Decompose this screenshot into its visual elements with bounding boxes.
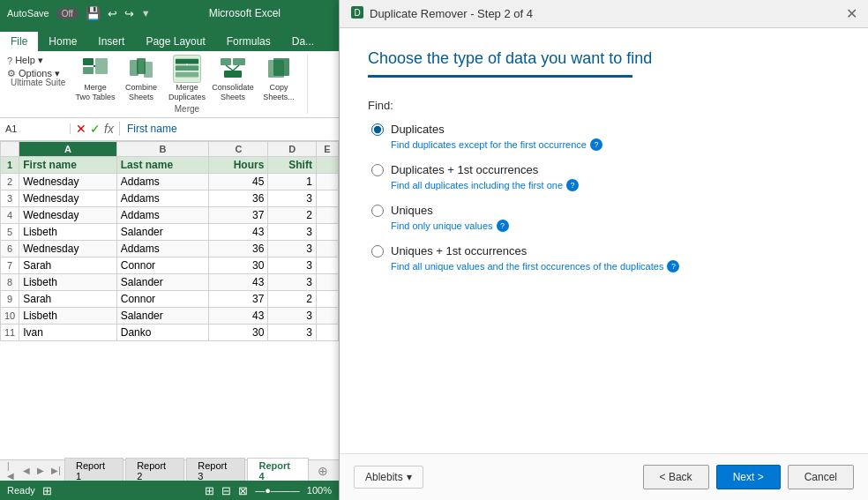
help-duplicates-1st-icon[interactable]: ? [566,179,579,191]
col-header-b[interactable]: B [116,141,209,156]
cell-c6[interactable]: 36 [209,240,268,257]
zoom-slider[interactable]: —●——— [255,485,300,496]
col-header-c[interactable]: C [209,141,268,156]
merge-two-tables-button[interactable]: MergeTwo Tables [74,55,116,102]
cell-e7[interactable] [316,257,338,273]
cell-a1[interactable]: First name [19,156,117,173]
ablebits-button[interactable]: Ablebits ▾ [354,466,423,489]
cell-c5[interactable]: 43 [209,223,268,240]
cell-a9[interactable]: Sarah [19,290,117,307]
cell-d2[interactable]: 1 [268,173,317,190]
view-break-icon[interactable]: ⊠ [238,484,248,497]
cell-c3[interactable]: 36 [209,190,268,206]
consolidate-sheets-button[interactable]: ConsolidateSheets [212,55,254,102]
name-box[interactable]: A1 [0,123,71,134]
copy-sheets-button[interactable]: CopySheets... [258,55,300,102]
confirm-formula-icon[interactable]: ✓ [90,122,101,136]
help-duplicates-icon[interactable]: ? [590,138,602,151]
cell-e10[interactable] [316,307,338,324]
dialog-close-button[interactable]: ✕ [846,5,857,22]
cell-d6[interactable]: 3 [268,240,317,257]
back-button[interactable]: < Back [643,465,709,489]
cell-d11[interactable]: 3 [268,324,317,340]
cell-b8[interactable]: Salander [116,273,209,290]
tab-page-layout[interactable]: Page Layout [135,32,215,51]
cancel-button[interactable]: Cancel [788,465,854,489]
cancel-formula-icon[interactable]: ✕ [76,122,86,136]
sheet-nav-next[interactable]: ▶ [34,466,48,475]
cell-b1[interactable]: Last name [116,156,209,173]
cell-e11[interactable] [316,324,338,340]
help-button[interactable]: ? Help ▾ [7,55,60,66]
autosave-toggle[interactable]: Off [56,8,79,19]
cell-d1[interactable]: Shift [268,156,317,173]
cell-b4[interactable]: Addams [116,206,209,223]
cell-b7[interactable]: Connor [116,257,209,273]
next-button[interactable]: Next > [716,465,781,489]
cell-c11[interactable]: 30 [209,324,268,340]
cell-e1[interactable] [316,156,338,173]
view-page-icon[interactable]: ⊟ [221,484,231,497]
cell-e9[interactable] [316,290,338,307]
tab-home[interactable]: Home [38,32,87,51]
cell-b6[interactable]: Addams [116,240,209,257]
cell-a6[interactable]: Wednesday [19,240,117,257]
col-header-a[interactable]: A [19,141,117,156]
undo-icon[interactable]: ↩ [108,7,117,20]
customize-icon[interactable]: ▼ [141,8,151,19]
tab-insert[interactable]: Insert [87,32,135,51]
cell-a2[interactable]: Wednesday [19,173,117,190]
cell-a10[interactable]: Lisbeth [19,307,117,324]
merge-duplicates-button[interactable]: MergeDuplicates [166,55,208,102]
sheet-tab-report3[interactable]: Report 3 [186,458,245,483]
cell-d8[interactable]: 3 [268,273,317,290]
cell-a5[interactable]: Lisbeth [19,223,117,240]
cell-a4[interactable]: Wednesday [19,206,117,223]
radio-uniques[interactable] [371,205,384,217]
add-sheet-button[interactable]: ⊕ [311,462,335,480]
cell-e3[interactable] [316,190,338,206]
cell-b3[interactable]: Addams [116,190,209,206]
cell-a11[interactable]: Ivan [19,324,117,340]
save-icon[interactable]: 💾 [86,6,101,20]
col-header-d[interactable]: D [268,141,317,156]
sheet-nav-first[interactable]: |◀ [4,461,19,481]
cell-c8[interactable]: 43 [209,273,268,290]
col-header-e[interactable]: E [316,141,338,156]
sheet-tab-report2[interactable]: Report 2 [125,458,184,483]
radio-duplicates-1st[interactable] [371,164,384,176]
cell-e2[interactable] [316,173,338,190]
sheet-tab-report4[interactable]: Report 4 [247,458,309,484]
tab-file[interactable]: File [0,32,38,51]
cell-b2[interactable]: Addams [116,173,209,190]
cell-e6[interactable] [316,240,338,257]
cell-e8[interactable] [316,273,338,290]
cell-b9[interactable]: Connor [116,290,209,307]
cell-c4[interactable]: 37 [209,206,268,223]
tab-formulas[interactable]: Formulas [216,32,281,51]
sheet-nav-prev[interactable]: ◀ [19,466,34,475]
cell-d5[interactable]: 3 [268,223,317,240]
cell-c7[interactable]: 30 [209,257,268,273]
cell-b5[interactable]: Salander [116,223,209,240]
cell-a7[interactable]: Sarah [19,257,117,273]
radio-duplicates[interactable] [371,123,384,136]
cell-d10[interactable]: 3 [268,307,317,324]
cell-c10[interactable]: 43 [209,307,268,324]
cell-c2[interactable]: 45 [209,173,268,190]
cell-e4[interactable] [316,206,338,223]
sheet-nav-last[interactable]: ▶| [48,466,64,475]
cell-a3[interactable]: Wednesday [19,190,117,206]
cell-e5[interactable] [316,223,338,240]
cell-c9[interactable]: 37 [209,290,268,307]
cell-b10[interactable]: Salander [116,307,209,324]
cell-d7[interactable]: 3 [268,257,317,273]
redo-icon[interactable]: ↪ [124,7,134,20]
help-uniques-1st-icon[interactable]: ? [667,260,679,272]
combine-sheets-button[interactable]: CombineSheets [120,55,162,102]
help-uniques-icon[interactable]: ? [497,220,509,232]
cell-d9[interactable]: 2 [268,290,317,307]
radio-uniques-1st[interactable] [371,245,384,257]
view-normal-icon[interactable]: ⊞ [205,484,214,497]
tab-data[interactable]: Da... [281,32,325,51]
